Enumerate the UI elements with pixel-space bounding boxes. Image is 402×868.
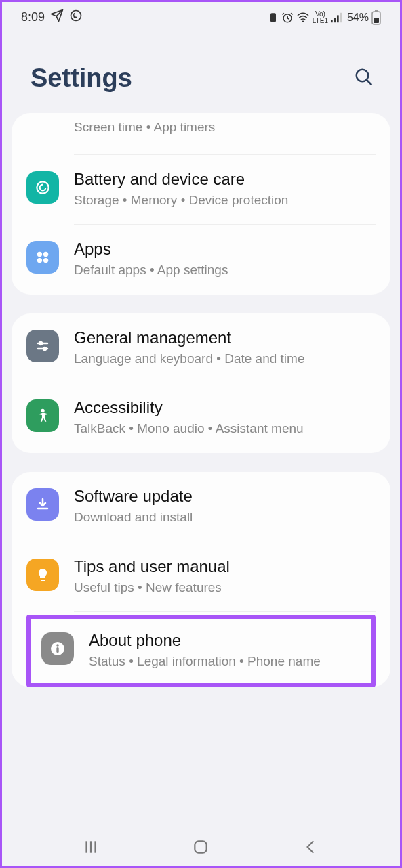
home-button[interactable] — [192, 838, 209, 859]
item-title: Apps — [74, 240, 376, 259]
item-subtitle: Download and install — [74, 508, 376, 527]
settings-item-about-phone[interactable]: About phone Status • Legal information •… — [26, 615, 376, 687]
item-subtitle: Language and keyboard • Date and time — [74, 350, 376, 368]
item-title: Accessibility — [74, 398, 376, 417]
battery-care-icon — [26, 171, 59, 204]
svg-point-0 — [71, 11, 81, 21]
item-title: Tips and user manual — [74, 557, 376, 576]
software-update-icon — [26, 488, 59, 521]
svg-point-22 — [41, 409, 44, 412]
item-title: Battery and device care — [74, 170, 376, 189]
general-icon — [26, 330, 59, 362]
status-right: Vo) LTE1 54% — [268, 10, 381, 25]
item-subtitle: Useful tips • New features — [74, 579, 376, 597]
svg-rect-10 — [374, 18, 379, 23]
whatsapp-icon — [69, 9, 83, 26]
status-bar: 8:09 Vo) LTE1 54% — [2, 2, 400, 28]
page-title: Settings — [31, 64, 132, 93]
svg-rect-5 — [334, 18, 336, 22]
svg-line-12 — [367, 79, 372, 85]
divider — [74, 611, 376, 612]
recents-button[interactable] — [82, 838, 100, 859]
svg-rect-9 — [375, 10, 378, 12]
item-title: About phone — [89, 631, 361, 650]
svg-point-15 — [43, 252, 48, 257]
settings-item-tips[interactable]: Tips and user manual Useful tips • New f… — [26, 542, 376, 612]
svg-point-14 — [37, 252, 42, 257]
svg-point-24 — [56, 644, 59, 647]
about-phone-icon — [41, 632, 74, 665]
item-subtitle: Status • Legal information • Phone name — [89, 653, 361, 671]
apps-icon — [26, 241, 59, 274]
svg-rect-6 — [337, 15, 339, 22]
settings-item-digital-wellbeing[interactable]: Screen time • App timers — [26, 116, 376, 154]
wifi-icon — [296, 12, 310, 23]
accessibility-icon — [26, 399, 59, 432]
svg-rect-7 — [340, 12, 342, 22]
item-subtitle: Storage • Memory • Device protection — [74, 192, 376, 210]
svg-rect-1 — [270, 13, 276, 22]
search-icon[interactable] — [354, 67, 374, 90]
settings-item-apps[interactable]: Apps Default apps • App settings — [26, 225, 376, 295]
settings-item-software-update[interactable]: Software update Download and install — [26, 472, 376, 542]
svg-point-20 — [39, 342, 42, 345]
navigation-bar — [2, 831, 400, 866]
battery-pct: 54% — [347, 12, 369, 24]
notif-icon — [268, 12, 279, 23]
item-subtitle: Screen time • App timers — [74, 118, 376, 137]
settings-item-battery[interactable]: Battery and device care Storage • Memory… — [26, 155, 376, 225]
tips-icon — [26, 559, 59, 591]
item-subtitle: Default apps • App settings — [74, 261, 376, 280]
settings-item-general[interactable]: General management Language and keyboard… — [26, 313, 376, 383]
item-subtitle: TalkBack • Mono audio • Assistant menu — [74, 420, 376, 438]
battery-icon — [371, 10, 381, 25]
svg-point-21 — [43, 347, 46, 350]
svg-point-17 — [43, 258, 48, 263]
settings-group-3: Software update Download and install Tip… — [12, 472, 390, 687]
svg-rect-4 — [331, 20, 333, 22]
volte-indicator: Vo) LTE1 — [313, 11, 328, 24]
settings-group-2: General management Language and keyboard… — [12, 313, 390, 453]
telegram-icon — [50, 9, 64, 26]
alarm-icon — [281, 12, 294, 24]
status-time: 8:09 — [21, 10, 45, 24]
back-button[interactable] — [302, 838, 320, 859]
item-title: Software update — [74, 487, 376, 506]
status-left: 8:09 — [21, 9, 83, 26]
svg-point-11 — [357, 69, 369, 81]
settings-group-1: Screen time • App timers Battery and dev… — [12, 113, 390, 295]
svg-point-16 — [37, 258, 42, 263]
svg-rect-25 — [56, 647, 58, 653]
signal-icon — [331, 12, 343, 23]
settings-item-accessibility[interactable]: Accessibility TalkBack • Mono audio • As… — [26, 383, 376, 453]
svg-point-3 — [302, 20, 304, 22]
item-title: General management — [74, 328, 376, 347]
svg-point-13 — [37, 181, 48, 193]
svg-rect-29 — [195, 841, 207, 852]
header: Settings — [2, 28, 400, 113]
